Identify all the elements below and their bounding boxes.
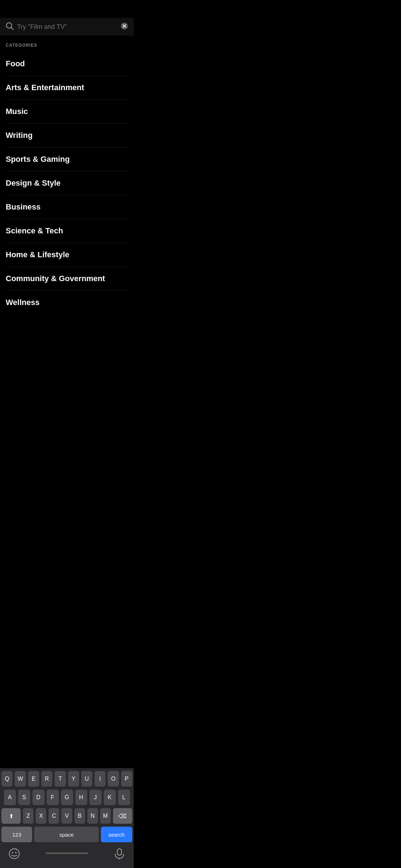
- category-name: Music: [6, 107, 28, 116]
- category-item[interactable]: Design & Style: [6, 171, 128, 195]
- category-item[interactable]: Home & Lifestyle: [6, 243, 128, 267]
- close-icon[interactable]: [121, 22, 128, 31]
- category-item[interactable]: Music: [6, 100, 128, 124]
- category-name: Sports & Gaming: [6, 155, 70, 164]
- categories-label: CATEGORIES: [6, 43, 128, 48]
- category-name: Home & Lifestyle: [6, 250, 70, 259]
- category-item[interactable]: Food: [6, 52, 128, 76]
- search-bar: [0, 18, 134, 36]
- category-item[interactable]: Sports & Gaming: [6, 148, 128, 171]
- category-name: Community & Government: [6, 274, 105, 283]
- category-item[interactable]: Community & Government: [6, 267, 128, 291]
- category-name: Food: [6, 59, 25, 68]
- categories-list: FoodArts & EntertainmentMusicWritingSpor…: [6, 52, 128, 314]
- category-item[interactable]: Wellness: [6, 291, 128, 314]
- categories-section: CATEGORIES FoodArts & EntertainmentMusic…: [0, 36, 134, 314]
- search-input[interactable]: [17, 23, 117, 31]
- category-name: Business: [6, 202, 41, 211]
- category-item[interactable]: Science & Tech: [6, 219, 128, 243]
- category-name: Wellness: [6, 298, 40, 307]
- svg-line-1: [11, 27, 13, 30]
- category-name: Science & Tech: [6, 226, 63, 235]
- category-item[interactable]: Arts & Entertainment: [6, 76, 128, 100]
- category-name: Arts & Entertainment: [6, 83, 84, 92]
- category-name: Writing: [6, 131, 32, 140]
- category-item[interactable]: Business: [6, 195, 128, 219]
- category-item[interactable]: Writing: [6, 124, 128, 148]
- category-name: Design & Style: [6, 179, 61, 187]
- search-icon: [6, 22, 14, 31]
